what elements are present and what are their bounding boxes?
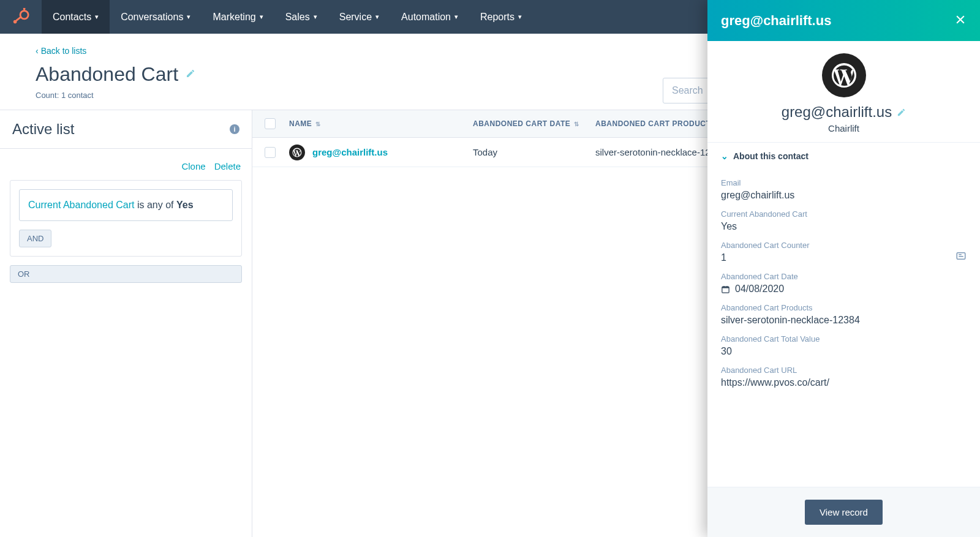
prop-value: silver-serotonin-necklace-12384 [721, 315, 967, 326]
prop-label: Abandoned Cart URL [721, 366, 967, 375]
col-header-name[interactable]: NAME ⇅ [289, 119, 473, 128]
nav-contacts[interactable]: Contacts ▾ [42, 0, 110, 34]
col-header-date[interactable]: ABANDONED CART DATE ⇅ [473, 119, 595, 128]
svg-line-2 [17, 17, 21, 21]
col-label: ABANDONED CART PRODUCTS [595, 119, 716, 128]
or-button[interactable]: OR [10, 265, 242, 283]
row-checkbox[interactable] [265, 147, 276, 158]
wordpress-icon [289, 145, 305, 160]
pencil-icon [186, 69, 195, 78]
prop-value: 04/08/2020 [721, 284, 967, 295]
side-panel-footer: View record [707, 487, 980, 537]
col-label: NAME [289, 119, 312, 128]
prop-label: Email [721, 178, 967, 187]
row-name-link[interactable]: greg@chairlift.us [312, 147, 388, 157]
chevron-down-icon: ▾ [518, 13, 522, 21]
prop-abandoned-cart-total-value[interactable]: Abandoned Cart Total Value 30 [721, 334, 967, 357]
filter-chip[interactable]: Current Abandoned Cart is any of Yes [19, 189, 233, 221]
nav-automation[interactable]: Automation ▾ [390, 0, 469, 34]
back-link-label: Back to lists [41, 46, 87, 56]
nav-conversations[interactable]: Conversations ▾ [110, 0, 202, 34]
row-date: Today [473, 147, 595, 157]
edit-title-button[interactable] [186, 69, 195, 80]
svg-rect-9 [722, 288, 729, 293]
nav-reports[interactable]: Reports ▾ [469, 0, 533, 34]
prop-abandoned-cart-counter[interactable]: Abandoned Cart Counter 1 [721, 241, 967, 263]
col-label: ABANDONED CART DATE [473, 119, 570, 128]
close-icon [954, 13, 967, 26]
hubspot-logo[interactable] [0, 0, 42, 34]
nav-label: Marketing [213, 12, 255, 23]
edit-name-button[interactable] [897, 103, 906, 121]
nav-label: Conversations [121, 12, 183, 23]
filter-group: Current Abandoned Cart is any of Yes AND [10, 180, 242, 257]
details-icon[interactable] [956, 250, 967, 263]
prop-label: Abandoned Cart Total Value [721, 334, 967, 344]
delete-button[interactable]: Delete [214, 161, 241, 171]
chevron-down-icon: ▾ [314, 13, 317, 21]
wordpress-icon [829, 61, 859, 90]
list-title: Abandoned Cart [36, 63, 178, 86]
about-section-label: About this contact [733, 151, 809, 161]
nav-label: Contacts [53, 12, 91, 23]
close-panel-button[interactable] [954, 12, 967, 29]
prop-value: 30 [721, 346, 967, 357]
prop-current-abandoned-cart[interactable]: Current Abandoned Cart Yes [721, 209, 967, 232]
prop-value: greg@chairlift.us [721, 190, 967, 201]
filters-title: Active list [12, 121, 74, 138]
prop-email[interactable]: Email greg@chairlift.us [721, 178, 967, 201]
info-icon[interactable]: i [230, 124, 239, 134]
contact-name: greg@chairlift.us [782, 103, 892, 121]
chevron-down-icon: ▾ [260, 13, 263, 21]
nav-label: Automation [401, 12, 451, 23]
side-panel-title: greg@chairlift.us [721, 13, 831, 29]
nav-label: Reports [480, 12, 514, 23]
filter-value: Yes [176, 200, 194, 210]
sort-icon: ⇅ [315, 121, 321, 127]
and-button[interactable]: AND [19, 230, 51, 247]
prop-abandoned-cart-date[interactable]: Abandoned Cart Date 04/08/2020 [721, 272, 967, 295]
calendar-icon [721, 285, 730, 294]
prop-abandoned-cart-url[interactable]: Abandoned Cart URL https://www.pvos.co/c… [721, 366, 967, 388]
nav-service[interactable]: Service ▾ [328, 0, 390, 34]
prop-label: Abandoned Cart Products [721, 303, 967, 312]
filter-property: Current Abandoned Cart [28, 200, 134, 210]
card-icon [956, 250, 967, 261]
chevron-left-icon: ‹ [36, 46, 39, 56]
view-record-button[interactable]: View record [805, 500, 883, 525]
prop-abandoned-cart-products[interactable]: Abandoned Cart Products silver-serotonin… [721, 303, 967, 326]
chevron-down-icon: ▾ [187, 13, 190, 21]
chevron-down-icon: ⌄ [721, 151, 728, 161]
select-all-checkbox[interactable] [265, 118, 276, 129]
side-panel-header: greg@chairlift.us [707, 0, 980, 41]
hubspot-icon [12, 8, 30, 26]
chevron-down-icon: ▾ [95, 13, 99, 21]
chevron-down-icon: ▾ [454, 13, 458, 21]
filters-panel: Active list i Clone Delete Current Aband… [0, 110, 252, 537]
pencil-icon [897, 108, 906, 117]
prop-value: 1 [721, 252, 967, 263]
nav-label: Service [339, 12, 372, 23]
prop-label: Abandoned Cart Counter [721, 241, 967, 250]
about-section-toggle[interactable]: ⌄ About this contact [707, 143, 980, 170]
avatar [822, 53, 866, 97]
prop-value: Yes [721, 221, 967, 232]
prop-label: Current Abandoned Cart [721, 209, 967, 219]
contact-profile: greg@chairlift.us Chairlift [707, 41, 980, 143]
contact-side-panel: greg@chairlift.us greg@chairlift.us Chai… [707, 0, 980, 537]
contact-company: Chairlift [828, 123, 859, 133]
clone-button[interactable]: Clone [181, 161, 205, 171]
filter-middle: is any of [134, 200, 176, 210]
prop-value: https://www.pvos.co/cart/ [721, 377, 967, 388]
prop-value-text: 04/08/2020 [735, 284, 784, 295]
nav-marketing[interactable]: Marketing ▾ [202, 0, 274, 34]
svg-point-1 [20, 10, 28, 18]
nav-label: Sales [285, 12, 310, 23]
sort-icon: ⇅ [574, 121, 579, 127]
nav-sales[interactable]: Sales ▾ [274, 0, 328, 34]
chevron-down-icon: ▾ [375, 13, 379, 21]
prop-label: Abandoned Cart Date [721, 272, 967, 281]
contact-properties: Email greg@chairlift.us Current Abandone… [707, 170, 980, 487]
